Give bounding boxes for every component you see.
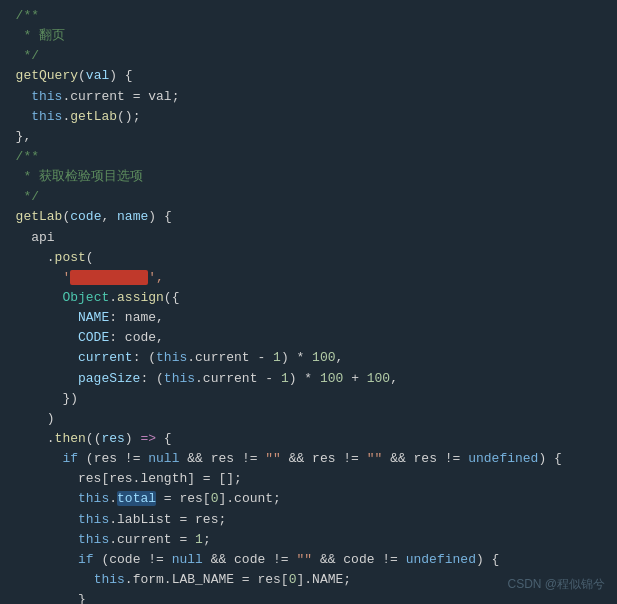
code-line: .then((res) => { (0, 429, 617, 449)
code-line: if (res != null && res != "" && res != "… (0, 449, 617, 469)
code-line: /** (0, 6, 617, 26)
code-line: * 获取检验项目选项 (0, 167, 617, 187)
code-line: api (0, 228, 617, 248)
code-line: */ (0, 46, 617, 66)
code-editor: /** * 翻页 */ getQuery(val) { this.current… (0, 0, 617, 604)
code-line: CODE: code, (0, 328, 617, 348)
code-line: Object.assign({ (0, 288, 617, 308)
code-line: this.labList = res; (0, 510, 617, 530)
code-line: getLab(code, name) { (0, 207, 617, 227)
code-line: current: (this.current - 1) * 100, (0, 348, 617, 368)
code-line: /** (0, 147, 617, 167)
code-line: ' ', (0, 268, 617, 288)
watermark-text: CSDN @程似锦兮 (507, 575, 605, 594)
code-line: this.getLab(); (0, 107, 617, 127)
code-line: this.current = 1; (0, 530, 617, 550)
code-line: }) (0, 389, 617, 409)
code-line: getQuery(val) { (0, 66, 617, 86)
code-line: res[res.length] = []; (0, 469, 617, 489)
code-line: pageSize: (this.current - 1) * 100 + 100… (0, 369, 617, 389)
code-line: * 翻页 (0, 26, 617, 46)
code-line: }, (0, 127, 617, 147)
code-line: if (code != null && code != "" && code !… (0, 550, 617, 570)
code-line: */ (0, 187, 617, 207)
code-line: NAME: name, (0, 308, 617, 328)
code-line: this.current = val; (0, 87, 617, 107)
code-line: ) (0, 409, 617, 429)
code-line: this.total = res[0].count; (0, 489, 617, 509)
code-line: .post( (0, 248, 617, 268)
